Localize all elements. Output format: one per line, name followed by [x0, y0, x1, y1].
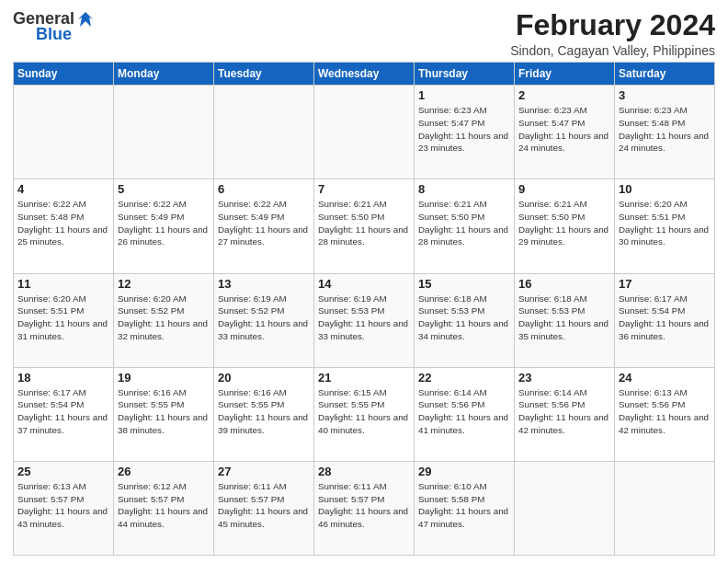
day-number: 19 [118, 371, 210, 385]
day-number: 25 [17, 465, 109, 478]
calendar-header: SundayMondayTuesdayWednesdayThursdayFrid… [14, 63, 715, 86]
calendar-day-cell: 3Sunrise: 6:23 AMSunset: 5:48 PMDaylight… [615, 86, 715, 179]
day-of-week-header: Sunday [14, 63, 114, 86]
day-info: Sunrise: 6:19 AMSunset: 5:52 PMDaylight:… [218, 293, 310, 343]
day-of-week-header: Friday [515, 63, 615, 86]
calendar-day-cell: 13Sunrise: 6:19 AMSunset: 5:52 PMDayligh… [214, 273, 314, 367]
calendar-day-cell: 7Sunrise: 6:21 AMSunset: 5:50 PMDaylight… [314, 179, 415, 273]
day-number: 29 [418, 465, 510, 478]
logo-bird-icon [76, 10, 95, 29]
day-info: Sunrise: 6:10 AMSunset: 5:58 PMDaylight:… [418, 480, 510, 531]
day-number: 22 [418, 371, 510, 385]
calendar-day-cell: 19Sunrise: 6:16 AMSunset: 5:55 PMDayligh… [114, 367, 214, 461]
day-number: 5 [118, 182, 210, 196]
calendar-day-cell: 10Sunrise: 6:20 AMSunset: 5:51 PMDayligh… [615, 179, 715, 273]
day-info: Sunrise: 6:19 AMSunset: 5:53 PMDaylight:… [318, 293, 410, 343]
day-number: 14 [318, 277, 410, 291]
calendar-day-cell: 18Sunrise: 6:17 AMSunset: 5:54 PMDayligh… [14, 367, 114, 461]
calendar-week-row: 1Sunrise: 6:23 AMSunset: 5:47 PMDaylight… [14, 86, 715, 179]
month-title: February 2024 [510, 9, 715, 41]
day-number: 23 [518, 371, 610, 385]
calendar-day-cell: 1Sunrise: 6:23 AMSunset: 5:47 PMDaylight… [415, 86, 515, 179]
calendar-day-cell [615, 461, 715, 555]
day-info: Sunrise: 6:13 AMSunset: 5:56 PMDaylight:… [619, 386, 711, 437]
day-number: 20 [218, 371, 310, 385]
calendar-day-cell: 25Sunrise: 6:13 AMSunset: 5:57 PMDayligh… [14, 461, 114, 555]
day-info: Sunrise: 6:21 AMSunset: 5:50 PMDaylight:… [318, 198, 410, 248]
day-number: 28 [318, 465, 410, 478]
calendar-day-cell: 27Sunrise: 6:11 AMSunset: 5:57 PMDayligh… [214, 461, 314, 555]
day-info: Sunrise: 6:11 AMSunset: 5:57 PMDaylight:… [318, 480, 410, 531]
day-of-week-header: Tuesday [214, 63, 314, 86]
day-of-week-header: Wednesday [314, 63, 415, 86]
day-info: Sunrise: 6:18 AMSunset: 5:53 PMDaylight:… [418, 293, 510, 343]
day-info: Sunrise: 6:21 AMSunset: 5:50 PMDaylight:… [518, 198, 610, 248]
day-number: 26 [118, 465, 210, 478]
calendar-day-cell: 12Sunrise: 6:20 AMSunset: 5:52 PMDayligh… [114, 273, 214, 367]
day-info: Sunrise: 6:23 AMSunset: 5:47 PMDaylight:… [418, 104, 510, 155]
day-number: 4 [17, 182, 109, 196]
day-of-week-header: Thursday [415, 63, 515, 86]
day-info: Sunrise: 6:20 AMSunset: 5:51 PMDaylight:… [17, 293, 109, 343]
calendar-day-cell: 5Sunrise: 6:22 AMSunset: 5:49 PMDaylight… [114, 179, 214, 273]
calendar-day-cell: 2Sunrise: 6:23 AMSunset: 5:47 PMDaylight… [515, 86, 615, 179]
day-number: 6 [218, 182, 310, 196]
day-of-week-header: Saturday [615, 63, 715, 86]
day-number: 7 [318, 182, 410, 196]
day-info: Sunrise: 6:18 AMSunset: 5:53 PMDaylight:… [518, 293, 610, 343]
logo: General Blue [13, 9, 95, 44]
calendar-day-cell: 17Sunrise: 6:17 AMSunset: 5:54 PMDayligh… [615, 273, 715, 367]
day-info: Sunrise: 6:14 AMSunset: 5:56 PMDaylight:… [418, 386, 510, 437]
calendar-day-cell: 26Sunrise: 6:12 AMSunset: 5:57 PMDayligh… [114, 461, 214, 555]
svg-marker-0 [78, 12, 93, 27]
day-number: 10 [619, 182, 711, 196]
day-info: Sunrise: 6:23 AMSunset: 5:47 PMDaylight:… [518, 104, 610, 155]
day-info: Sunrise: 6:17 AMSunset: 5:54 PMDaylight:… [17, 386, 109, 437]
calendar-week-row: 25Sunrise: 6:13 AMSunset: 5:57 PMDayligh… [14, 461, 715, 555]
page: General Blue February 2024 Sindon, Cagay… [0, 0, 728, 563]
calendar-day-cell [314, 86, 415, 179]
day-number: 12 [118, 277, 210, 291]
calendar-day-cell: 14Sunrise: 6:19 AMSunset: 5:53 PMDayligh… [314, 273, 415, 367]
day-number: 1 [418, 88, 510, 102]
day-info: Sunrise: 6:13 AMSunset: 5:57 PMDaylight:… [17, 480, 109, 531]
calendar-day-cell: 29Sunrise: 6:10 AMSunset: 5:58 PMDayligh… [415, 461, 515, 555]
day-number: 18 [17, 371, 109, 385]
day-info: Sunrise: 6:12 AMSunset: 5:57 PMDaylight:… [118, 480, 210, 531]
day-number: 9 [518, 182, 610, 196]
day-number: 11 [17, 277, 109, 291]
day-number: 16 [518, 277, 610, 291]
day-info: Sunrise: 6:22 AMSunset: 5:48 PMDaylight:… [17, 198, 109, 248]
calendar-day-cell: 24Sunrise: 6:13 AMSunset: 5:56 PMDayligh… [615, 367, 715, 461]
day-info: Sunrise: 6:16 AMSunset: 5:55 PMDaylight:… [218, 386, 310, 437]
day-number: 27 [218, 465, 310, 478]
title-block: February 2024 Sindon, Cagayan Valley, Ph… [510, 9, 715, 58]
day-info: Sunrise: 6:23 AMSunset: 5:48 PMDaylight:… [619, 104, 711, 155]
calendar-day-cell: 20Sunrise: 6:16 AMSunset: 5:55 PMDayligh… [214, 367, 314, 461]
location-subtitle: Sindon, Cagayan Valley, Philippines [510, 43, 715, 58]
calendar-day-cell [14, 86, 114, 179]
day-number: 2 [518, 88, 610, 102]
calendar-day-cell: 15Sunrise: 6:18 AMSunset: 5:53 PMDayligh… [415, 273, 515, 367]
day-info: Sunrise: 6:17 AMSunset: 5:54 PMDaylight:… [619, 293, 711, 343]
day-info: Sunrise: 6:11 AMSunset: 5:57 PMDaylight:… [218, 480, 310, 531]
calendar-week-row: 18Sunrise: 6:17 AMSunset: 5:54 PMDayligh… [14, 367, 715, 461]
calendar-day-cell: 28Sunrise: 6:11 AMSunset: 5:57 PMDayligh… [314, 461, 415, 555]
calendar-day-cell [114, 86, 214, 179]
day-number: 8 [418, 182, 510, 196]
header: General Blue February 2024 Sindon, Cagay… [13, 9, 715, 58]
day-info: Sunrise: 6:20 AMSunset: 5:52 PMDaylight:… [118, 293, 210, 343]
calendar-day-cell: 4Sunrise: 6:22 AMSunset: 5:48 PMDaylight… [14, 179, 114, 273]
calendar-week-row: 11Sunrise: 6:20 AMSunset: 5:51 PMDayligh… [14, 273, 715, 367]
calendar-table: SundayMondayTuesdayWednesdayThursdayFrid… [13, 62, 715, 556]
day-number: 3 [619, 88, 711, 102]
day-number: 21 [318, 371, 410, 385]
day-info: Sunrise: 6:22 AMSunset: 5:49 PMDaylight:… [118, 198, 210, 248]
calendar-day-cell: 8Sunrise: 6:21 AMSunset: 5:50 PMDaylight… [415, 179, 515, 273]
calendar-body: 1Sunrise: 6:23 AMSunset: 5:47 PMDaylight… [14, 86, 715, 556]
calendar-day-cell: 22Sunrise: 6:14 AMSunset: 5:56 PMDayligh… [415, 367, 515, 461]
calendar-day-cell: 6Sunrise: 6:22 AMSunset: 5:49 PMDaylight… [214, 179, 314, 273]
calendar-day-cell: 11Sunrise: 6:20 AMSunset: 5:51 PMDayligh… [14, 273, 114, 367]
day-of-week-header: Monday [114, 63, 214, 86]
calendar-day-cell: 23Sunrise: 6:14 AMSunset: 5:56 PMDayligh… [515, 367, 615, 461]
